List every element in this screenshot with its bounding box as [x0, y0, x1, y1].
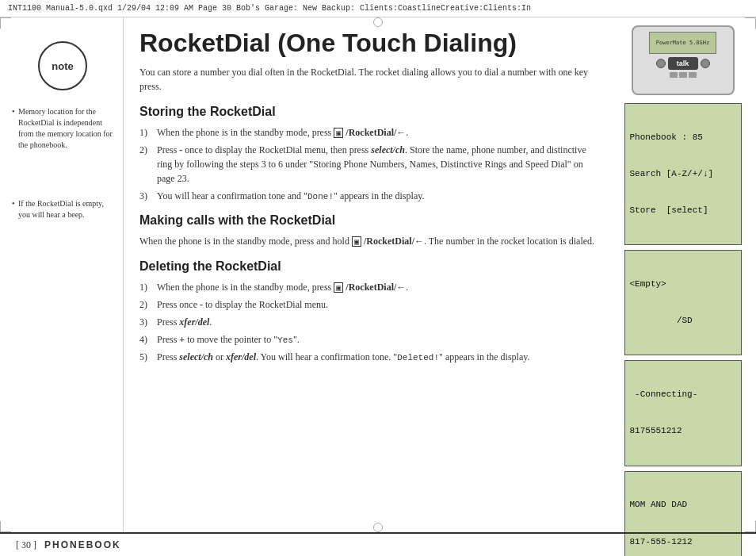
talk-button: talk [668, 57, 698, 70]
header-text: INT1100 Manual-5.0.qxd 1/29/04 12:09 AM … [8, 4, 531, 13]
footer-page: [ 30 ] [16, 539, 36, 551]
sidebar-note1: Memory location for the RocketDial is in… [12, 106, 113, 151]
list-item: 5) Press select/ch or xfer/del. You will… [139, 350, 598, 365]
footer: [ 30 ] PHONEBOOK [0, 532, 756, 556]
list-item: 3) Press xfer/del. [139, 315, 598, 329]
lcd-screen-connecting: -Connecting- 8175551212 [624, 360, 742, 466]
list-item: 2) Press once - to display the RocketDia… [139, 297, 598, 312]
page-content: note Memory location for the RocketDial … [0, 17, 756, 532]
main-content: RocketDial (One Touch Dialing) You can s… [123, 17, 613, 532]
right-panel: PowerMate 5.8GHz talk Phonebook [613, 17, 756, 532]
note-icon: note [38, 41, 87, 90]
device-diagram: PowerMate 5.8GHz talk [632, 25, 735, 95]
section2-title: Making calls with the RocketDial [139, 213, 598, 228]
sidebar: note Memory location for the RocketDial … [0, 17, 123, 532]
list-item: 2) Press - once to display the RocketDia… [139, 143, 598, 186]
section1-list: 1) When the phone is in the standby mode… [139, 125, 598, 204]
section2-text: When the phone is in the standby mode, p… [139, 234, 598, 248]
lcd-screen-empty: <Empty> /SD [624, 250, 742, 355]
intro-text: You can store a number you dial often in… [139, 65, 598, 94]
list-item: 4) Press + to move the pointer to "Yes". [139, 332, 598, 347]
header-bar: INT1100 Manual-5.0.qxd 1/29/04 12:09 AM … [0, 0, 756, 17]
list-item: 3) You will hear a confirmation tone and… [139, 189, 598, 204]
sidebar-note2: If the RocketDial is empty, you will hea… [12, 198, 113, 220]
list-item: 1) When the phone is in the standby mode… [139, 280, 598, 294]
section3-title: Deleting the RocketDial [139, 259, 598, 274]
page-title: RocketDial (One Touch Dialing) [139, 29, 598, 57]
list-item: 1) When the phone is in the standby mode… [139, 125, 598, 140]
lcd-screen-phonebook: Phonebook : 85 Search [A-Z/+/↓] Store [s… [624, 103, 742, 245]
section1-title: Storing the RocketDial [139, 105, 598, 119]
footer-section: PHONEBOOK [44, 539, 121, 550]
section3-list: 1) When the phone is in the standby mode… [139, 280, 598, 365]
